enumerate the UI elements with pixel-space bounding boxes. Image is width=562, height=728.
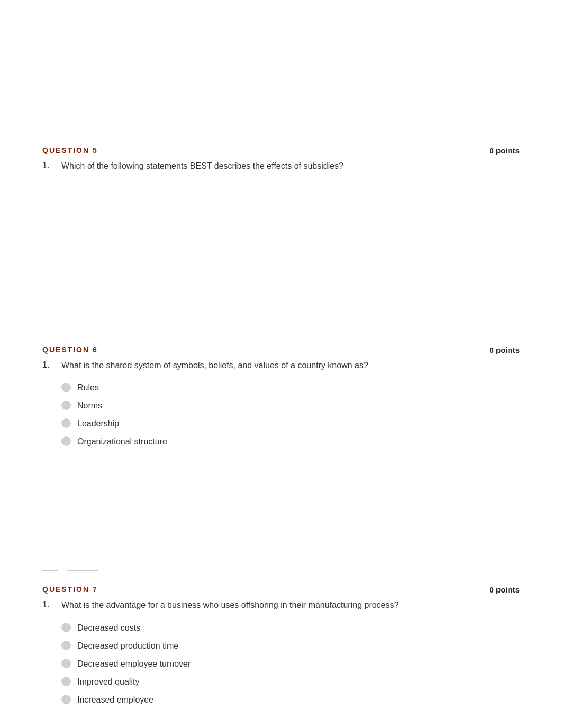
option-circle xyxy=(61,641,71,650)
question-6-number: 1. xyxy=(42,359,61,371)
option-circle xyxy=(61,623,71,632)
option-text: Decreased costs xyxy=(77,622,140,634)
option-circle xyxy=(61,383,71,392)
list-item[interactable]: Decreased employee turnover xyxy=(61,658,520,670)
question-7-section: 0 points QUESTION 7 1. What is the advan… xyxy=(0,584,562,728)
option-text: Norms xyxy=(77,399,102,412)
option-text: Leadership xyxy=(77,417,119,430)
option-text: Decreased employee turnover xyxy=(77,658,191,670)
option-circle xyxy=(61,695,71,704)
list-item[interactable]: Improved quality xyxy=(61,676,520,688)
option-text: Rules xyxy=(77,381,99,394)
list-item[interactable]: Decreased costs xyxy=(61,622,520,634)
list-item[interactable]: Norms xyxy=(61,399,520,412)
question-6-label: QUESTION 6 xyxy=(42,344,520,356)
list-item[interactable]: Increased employee xyxy=(61,694,520,706)
question-7-points: 0 points xyxy=(489,584,520,596)
option-circle xyxy=(61,401,71,410)
question-6-points: 0 points xyxy=(489,344,520,357)
question-6-options: Rules Norms Leadership Organizational st… xyxy=(61,381,520,448)
option-circle xyxy=(61,677,71,686)
question-5-points: 0 points xyxy=(489,145,520,157)
sep-line-1 xyxy=(42,570,58,571)
list-item[interactable]: Leadership xyxy=(61,417,520,430)
list-item[interactable]: Organizational structure xyxy=(61,435,520,448)
option-text: Improved quality xyxy=(77,676,139,688)
question-5-row: 1. Which of the following statements BES… xyxy=(42,159,520,173)
spacer-q5-q6 xyxy=(0,194,562,332)
spacer-q6-q7 xyxy=(0,475,562,570)
question-5-number: 1. xyxy=(42,159,61,172)
question-5-text: Which of the following statements BEST d… xyxy=(61,159,520,173)
option-text: Increased employee xyxy=(77,694,153,706)
question-7-label: QUESTION 7 xyxy=(42,584,520,595)
question-7-row: 1. What is the advantage for a business … xyxy=(42,598,520,612)
sep-line-2 xyxy=(67,570,98,571)
question-5-section: 0 points QUESTION 5 1. Which of the foll… xyxy=(0,145,562,194)
question-7-text: What is the advantage for a business who… xyxy=(61,598,520,612)
separator-lines xyxy=(0,570,562,571)
question-6-row: 1. What is the shared system of symbols,… xyxy=(42,359,520,372)
page-container: 0 points QUESTION 5 1. Which of the foll… xyxy=(0,0,562,728)
list-item[interactable]: Decreased production time xyxy=(61,640,520,652)
option-text: Decreased production time xyxy=(77,640,178,652)
option-circle xyxy=(61,418,71,428)
list-item[interactable]: Rules xyxy=(61,381,520,394)
top-spacer xyxy=(0,0,562,132)
option-text: Organizational structure xyxy=(77,435,167,448)
question-6-text: What is the shared system of symbols, be… xyxy=(61,359,520,372)
question-5-label: QUESTION 5 xyxy=(42,145,520,156)
question-7-options: Decreased costs Decreased production tim… xyxy=(61,622,520,706)
option-circle xyxy=(61,659,71,668)
question-6-section: 0 points QUESTION 6 1. What is the share… xyxy=(0,344,562,475)
question-7-number: 1. xyxy=(42,598,61,611)
option-circle xyxy=(61,436,71,446)
